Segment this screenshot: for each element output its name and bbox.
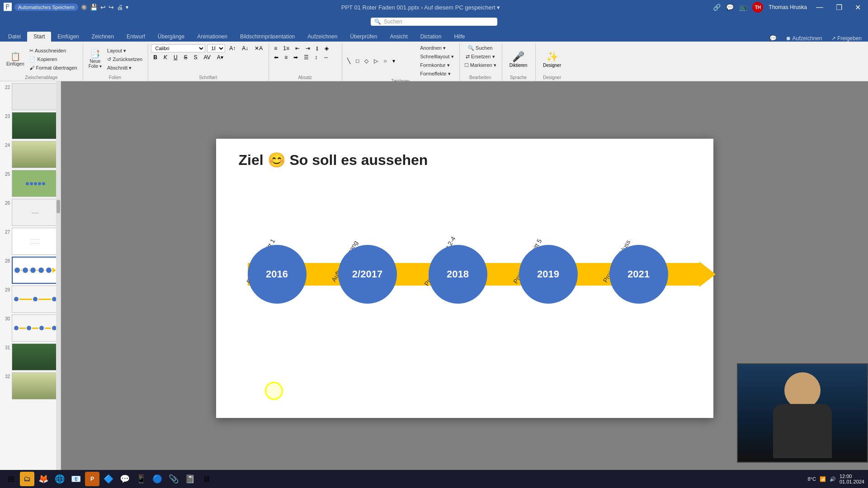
font-size-select[interactable]: 18 [207,44,225,52]
shape-more[interactable]: ▾ [390,57,397,65]
einfügen-btn[interactable]: 📋 Einfügen [4,51,27,68]
tab-start[interactable]: Start [27,32,51,42]
slide-thumb-24[interactable]: 24 [2,141,59,168]
tab-aufzeichnen[interactable]: Aufzeichnen [301,32,344,42]
taskbar-chrome[interactable]: 🌐 [52,472,67,486]
taskbar-teams[interactable]: 💬 [118,472,132,486]
scrollbar-thumb[interactable] [57,200,60,213]
align-center-btn[interactable]: ≡ [282,53,290,61]
markieren-btn[interactable]: ☐ Markieren ▾ [462,61,498,69]
tab-dictation[interactable]: Dictation [414,32,448,42]
increase-indent-btn[interactable]: ⇥ [303,44,312,52]
tab-einfügen[interactable]: Einfügen [51,32,85,42]
slide-thumb-27[interactable]: 27 · · · · ·· · · · · [2,228,59,255]
font-family-select[interactable]: Calibri [151,44,205,52]
tab-bildschirm[interactable]: Bildschirmpräsentation [234,32,301,42]
align-left-btn[interactable]: ⬅ [272,53,281,61]
designer-btn[interactable]: ✨ Designer [538,49,566,70]
slide-thumb-28[interactable]: 28 [2,257,59,284]
abschnitt-btn[interactable]: Abschnitt ▾ [105,64,144,72]
font-grow-btn[interactable]: A↑ [227,44,238,52]
slide-thumb-23[interactable]: 23 [2,112,59,139]
start-menu-btn[interactable]: ⊞ [4,472,18,486]
tab-entwurf[interactable]: Entwurf [120,32,151,42]
shape-3[interactable]: ◇ [362,57,371,65]
freigeben-btn[interactable]: ↗ Freigeben [827,35,866,42]
align-right-btn[interactable]: ➡ [291,53,300,61]
justify-btn[interactable]: ☰ [302,53,311,61]
taskbar-outlook[interactable]: 📧 [69,472,83,486]
taskbar-app2[interactable]: 📱 [134,472,148,486]
taskbar-file-explorer[interactable]: 🗂 [20,472,34,486]
schnelllayout-btn[interactable]: Schnelllayout ▾ [418,53,456,61]
slide-thumb-32[interactable]: 32 [2,372,59,399]
font-color-btn[interactable]: A▾ [215,53,226,61]
close-btn[interactable]: ✕ [851,3,864,12]
shape-2[interactable]: □ [354,57,361,65]
ersetzen-btn[interactable]: ⇄ Ersetzen ▾ [464,53,497,61]
shadow-btn[interactable]: S [192,53,200,61]
search-box[interactable]: 🔍 Suchen [371,18,497,26]
save-icon[interactable]: 💾 [90,4,98,11]
diktieren-btn[interactable]: 🎤 Diktieren [505,49,532,70]
redo-icon[interactable]: ↪ [108,4,114,11]
zurücksetzen-btn[interactable]: ↺ Zurücksetzen [105,56,144,63]
text-direction-btn[interactable]: ↔ [321,53,331,61]
format-btn[interactable]: 🖌 Format übertragen [28,64,79,71]
text-columns-btn[interactable]: ⫿ [314,44,321,52]
shape-5[interactable]: ○ [381,57,389,65]
minimize-btn[interactable]: — [812,3,827,11]
aufzeichnen-btn[interactable]: ⏺ Aufzeichnen [781,35,827,42]
shape-1[interactable]: ╲ [345,57,353,65]
neue-folie-btn[interactable]: 📑 NeueFolie ▾ [86,48,104,70]
tab-animationen[interactable]: Animationen [191,32,234,42]
taskbar-app5[interactable]: 📓 [183,472,197,486]
taskbar-firefox[interactable]: 🦊 [36,472,51,486]
layout-btn[interactable]: Layout ▾ [105,47,144,55]
slide-thumb-30[interactable]: 30 [2,314,59,342]
italic-btn[interactable]: K [161,53,170,61]
tab-überprüfen[interactable]: Überprüfen [344,32,383,42]
taskbar-app3[interactable]: 🔵 [150,472,165,486]
ausschneiden-btn[interactable]: ✂ Ausschneiden [28,47,79,55]
taskbar-powerpoint[interactable]: P [85,472,99,486]
autosave-toggle[interactable]: Automatisches Speichern [14,4,78,11]
font-shrink-btn[interactable]: A↓ [240,44,250,52]
slide-panel[interactable]: 22 23 24 25 26 —— [0,81,61,475]
anordnen-btn[interactable]: Anordnen ▾ [418,44,456,52]
tab-ansicht[interactable]: Ansicht [383,32,414,42]
tab-hilfe[interactable]: Hilfe [448,32,471,42]
location-dropdown[interactable]: ▾ [497,4,500,11]
taskbar-app4[interactable]: 📎 [166,472,181,486]
line-spacing-btn[interactable]: ↕ [312,53,320,61]
tab-übergänge[interactable]: Übergänge [151,32,191,42]
shape-4[interactable]: ▷ [372,57,380,65]
char-spacing-btn[interactable]: AV [202,53,213,61]
clear-format-btn[interactable]: ✕A [252,44,265,52]
taskbar-volume[interactable]: 🔊 [830,476,836,482]
taskbar-app1[interactable]: 🔷 [101,472,116,486]
kopieren-btn[interactable]: 📄 Kopieren [28,56,79,63]
slide-thumb-31[interactable]: 31 [2,343,59,371]
maximize-btn[interactable]: ❐ [832,3,846,12]
smartart-btn[interactable]: ◈ [322,44,331,52]
bold-btn[interactable]: B [151,53,160,61]
comments-icon[interactable]: 💬 [726,4,734,11]
present-icon[interactable]: 📺 [739,4,747,11]
slide-panel-scrollbar[interactable] [56,81,61,475]
underline-btn[interactable]: U [171,53,180,61]
bullet-list-btn[interactable]: ≡ [272,44,279,52]
decrease-indent-btn[interactable]: ⇤ [293,44,302,52]
formkontur-btn[interactable]: Formkontur ▾ [418,61,456,69]
slide-thumb-22[interactable]: 22 [2,83,59,110]
print-icon[interactable]: 🖨 [117,4,123,11]
slide-thumb-25[interactable]: 25 [2,170,59,197]
numbered-list-btn[interactable]: 1≡ [281,44,292,52]
share-icon[interactable]: 🔗 [713,4,721,11]
undo-icon[interactable]: ↩ [100,4,106,11]
slide-thumb-29[interactable]: 29 [2,286,59,313]
tab-datei[interactable]: Datei [2,32,27,42]
strikethrough-btn[interactable]: S [182,53,190,61]
main-slide[interactable]: Ziel 😊 So soll es aussehen Projektabschn… [216,139,713,418]
tab-zeichnen[interactable]: Zeichnen [85,32,120,42]
